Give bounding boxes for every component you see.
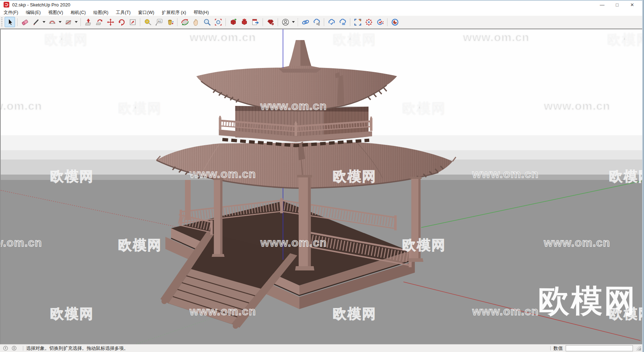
text-tool-label: A1 bbox=[158, 19, 161, 23]
pencil-icon bbox=[32, 18, 40, 26]
link-icon bbox=[301, 18, 310, 26]
tool-cloud-settings[interactable] bbox=[337, 17, 348, 27]
toolbar-separator bbox=[324, 18, 324, 26]
tool-select[interactable] bbox=[5, 17, 15, 27]
window-title: 02.skp - SketchUp Pro 2020 bbox=[12, 2, 70, 8]
menu-window[interactable]: 窗口(W) bbox=[138, 10, 154, 16]
toolbar-separator bbox=[177, 18, 177, 26]
close-button[interactable]: ✕ bbox=[625, 0, 640, 9]
gear-dots-icon bbox=[365, 18, 373, 26]
menu-view[interactable]: 视图(V) bbox=[48, 10, 63, 16]
toolbar-separator bbox=[387, 18, 387, 26]
cloud-lines-icon bbox=[338, 18, 347, 26]
paint-bucket-icon bbox=[166, 18, 174, 26]
toolbar: A1 bbox=[0, 16, 644, 29]
measurements-input[interactable] bbox=[566, 345, 633, 351]
tool-tape-measure[interactable] bbox=[142, 17, 153, 27]
tool-3d-warehouse[interactable] bbox=[228, 17, 238, 27]
toolbar-separator bbox=[17, 18, 18, 26]
model-viewport[interactable]: 欧模网www.om.cn欧模网www.om.cn欧模网www.om.cn欧模网w… bbox=[0, 29, 642, 344]
tool-move[interactable] bbox=[105, 17, 116, 27]
move-icon bbox=[106, 18, 115, 26]
push-pull-icon bbox=[84, 18, 93, 26]
toolbar-separator bbox=[350, 18, 350, 26]
menu-draw[interactable]: 绘图(R) bbox=[93, 10, 108, 16]
tool-zoom-extents[interactable] bbox=[213, 17, 223, 27]
cloud-share-icon bbox=[312, 18, 321, 26]
offset-icon bbox=[128, 18, 137, 26]
tool-sync-update[interactable] bbox=[375, 17, 385, 27]
tool-account[interactable] bbox=[280, 17, 291, 27]
tool-paint-bucket[interactable] bbox=[165, 17, 175, 27]
tool-cloud-share[interactable] bbox=[311, 17, 322, 27]
extension-gem-icon bbox=[266, 18, 275, 26]
watermark-big: 欧模网 bbox=[538, 280, 637, 322]
account-dropdown-caret[interactable] bbox=[292, 21, 295, 23]
tool-render-gear[interactable] bbox=[364, 17, 374, 27]
resize-grip[interactable] bbox=[636, 346, 641, 351]
toolbar-separator bbox=[263, 18, 263, 26]
tool-offset[interactable] bbox=[127, 17, 138, 27]
tool-dimension-text[interactable]: A1 bbox=[153, 17, 164, 27]
menu-camera[interactable]: 相机(C) bbox=[70, 10, 86, 16]
warehouse-box-icon bbox=[229, 18, 238, 26]
tool-cloud-link[interactable] bbox=[300, 17, 311, 27]
layout-doc-icon bbox=[251, 18, 260, 26]
status-bar: 选择对象。切换到扩充选择。拖动鼠标选择多项。 数值 bbox=[0, 344, 644, 352]
zoom-icon bbox=[203, 18, 211, 26]
tool-viewer-logo[interactable] bbox=[390, 17, 400, 27]
sketchup-window: 02.skp - SketchUp Pro 2020 — □ ✕ 文件(F) 编… bbox=[0, 0, 644, 352]
tool-follow-me[interactable] bbox=[94, 17, 104, 27]
status-separator bbox=[23, 346, 23, 351]
toolbar-separator bbox=[225, 18, 226, 26]
tool-zoom[interactable] bbox=[202, 17, 212, 27]
window-right-edge bbox=[642, 0, 644, 352]
tool-eraser[interactable] bbox=[20, 17, 30, 27]
menu-help[interactable]: 帮助(H) bbox=[194, 10, 209, 16]
window-top-edge bbox=[0, 0, 644, 1]
arc-dropdown-caret[interactable] bbox=[59, 21, 62, 23]
arc-icon bbox=[48, 18, 57, 26]
sync-check-icon bbox=[376, 18, 384, 26]
text-label-icon: A1 bbox=[155, 18, 163, 26]
measurements-label: 数值 bbox=[553, 345, 563, 352]
measurements-area: 数值 bbox=[547, 345, 641, 352]
line-dropdown-caret[interactable] bbox=[43, 21, 45, 23]
tool-pan[interactable] bbox=[191, 17, 201, 27]
tool-rotate[interactable] bbox=[116, 17, 127, 27]
tool-rectangle[interactable] bbox=[63, 17, 73, 27]
menu-bar: 文件(F) 编辑(E) 视图(V) 相机(C) 绘图(R) 工具(T) 窗口(W… bbox=[0, 9, 644, 16]
geolocation-status-icon[interactable] bbox=[3, 346, 8, 351]
tool-push-pull[interactable] bbox=[83, 17, 93, 27]
tool-cloud-check[interactable] bbox=[326, 17, 337, 27]
tool-arc[interactable] bbox=[47, 17, 57, 27]
menu-tools[interactable]: 工具(T) bbox=[116, 10, 131, 16]
menu-edit[interactable]: 编辑(E) bbox=[26, 10, 41, 16]
maximize-button[interactable]: □ bbox=[610, 0, 625, 9]
cloud-check-icon bbox=[327, 18, 336, 26]
axis-green-dotted bbox=[136, 315, 222, 344]
axis-red-dotted bbox=[1, 190, 200, 232]
tool-orbit[interactable] bbox=[180, 17, 190, 27]
sketchup-logo-icon bbox=[4, 2, 9, 8]
pan-hand-icon bbox=[192, 18, 200, 26]
axis-green-solid bbox=[421, 181, 642, 228]
frame-brackets-icon bbox=[353, 18, 362, 26]
tool-line[interactable] bbox=[31, 17, 41, 27]
account-person-icon bbox=[281, 18, 290, 26]
menu-extensions[interactable]: 扩展程序 (x) bbox=[162, 10, 186, 16]
rotate-icon bbox=[117, 18, 126, 26]
select-arrow-icon bbox=[6, 18, 14, 26]
share-model-icon bbox=[240, 18, 249, 26]
minimize-button[interactable]: — bbox=[595, 0, 610, 9]
credits-status-icon[interactable] bbox=[11, 346, 17, 351]
toolbar-separator bbox=[278, 18, 278, 26]
tool-share-model[interactable] bbox=[239, 17, 249, 27]
toolbar-grip[interactable] bbox=[1, 18, 3, 27]
tool-extension-warehouse[interactable] bbox=[265, 17, 275, 27]
tool-capture-frame[interactable] bbox=[352, 17, 363, 27]
menu-file[interactable]: 文件(F) bbox=[4, 10, 18, 16]
tool-send-to-layout[interactable] bbox=[250, 17, 260, 27]
status-separator bbox=[550, 346, 551, 351]
rectangle-dropdown-caret[interactable] bbox=[75, 21, 78, 23]
